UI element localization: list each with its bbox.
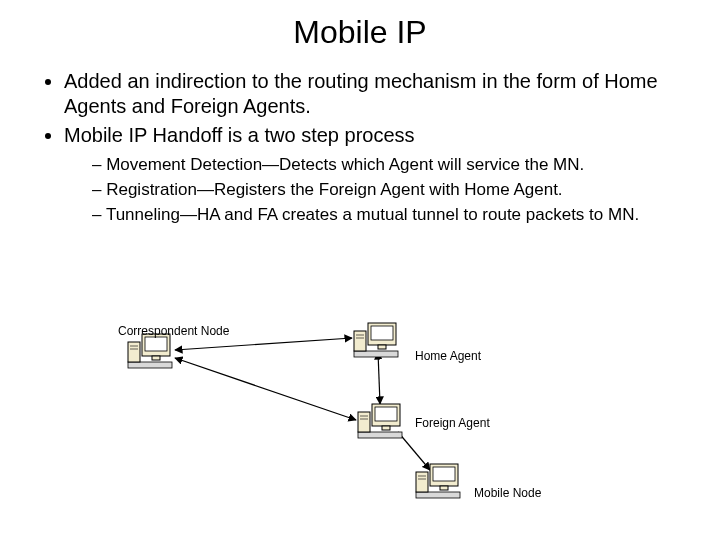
- node-label-cn: Correspondent Node: [118, 324, 229, 338]
- bullet-text: Mobile IP Handoff is a two step process: [64, 124, 415, 146]
- link-ha-fa: [378, 352, 380, 404]
- node-label-mn: Mobile Node: [474, 486, 541, 500]
- bullet-item: Mobile IP Handoff is a two step process …: [64, 123, 680, 227]
- computer-icon: [354, 323, 398, 357]
- node-label-fa: Foreign Agent: [415, 416, 490, 430]
- sub-bullet-item: Tunneling—HA and FA creates a mutual tun…: [92, 204, 680, 227]
- sub-bullet-item: Registration—Registers the Foreign Agent…: [92, 179, 680, 202]
- link-cn-ha: [175, 338, 352, 350]
- sub-bullet-item: Movement Detection—Detects which Agent w…: [92, 154, 680, 177]
- page-title: Mobile IP: [0, 14, 720, 51]
- computer-icon: [128, 334, 172, 368]
- link-cn-fa: [175, 358, 356, 420]
- link-fa-mn: [398, 432, 430, 470]
- bullet-item: Added an indirection to the routing mech…: [64, 69, 680, 119]
- sub-bullet-list: Movement Detection—Detects which Agent w…: [64, 154, 680, 227]
- computer-icon: [358, 404, 402, 438]
- bullet-list: Added an indirection to the routing mech…: [40, 69, 680, 227]
- node-label-ha: Home Agent: [415, 349, 481, 363]
- computer-icon: [416, 464, 460, 498]
